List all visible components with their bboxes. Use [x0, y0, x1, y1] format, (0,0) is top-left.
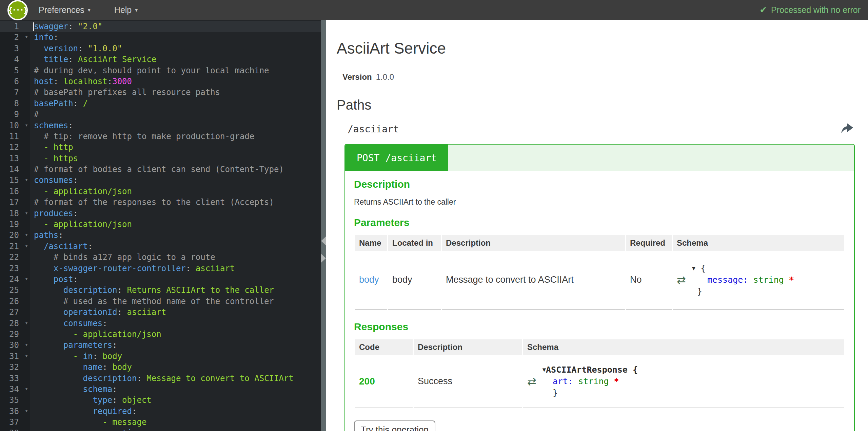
editor-line[interactable]: 28▾ consumes: [0, 318, 321, 329]
param-name-link[interactable]: body [359, 275, 379, 285]
code-text[interactable]: - application/json [30, 219, 321, 230]
code-text[interactable]: basePath: / [30, 98, 321, 109]
code-text[interactable]: # used as the method name of the control… [30, 296, 321, 307]
code-text[interactable]: info: [30, 32, 321, 43]
editor-line[interactable]: 24▾ post: [0, 274, 321, 285]
code-text[interactable]: # during dev, should point to your local… [30, 65, 321, 76]
editor-line[interactable]: 36▾ required: [0, 406, 321, 417]
editor-line[interactable]: 35 type: object [0, 395, 321, 406]
back-arrow-icon[interactable] [841, 123, 855, 135]
code-text[interactable]: # [30, 109, 321, 120]
code-text[interactable]: paths: [30, 230, 321, 241]
editor-line[interactable]: 9# [0, 109, 321, 120]
code-text[interactable]: - in: body [30, 351, 321, 362]
editor-line[interactable]: 3 version: "1.0.0" [0, 43, 321, 54]
code-text[interactable]: properties: [30, 428, 321, 431]
editor-line[interactable]: 14# format of bodies a client can send (… [0, 164, 321, 175]
editor-line[interactable]: 33 description: Message to convert to AS… [0, 373, 321, 384]
code-text[interactable]: produces: [30, 208, 321, 219]
fold-toggle-icon[interactable]: ▾ [25, 174, 28, 185]
editor-line[interactable]: 11 # tip: remove http to make production… [0, 131, 321, 142]
collapse-schema-toggle-icon[interactable]: ▼ [692, 265, 695, 271]
code-text[interactable]: /asciiart: [30, 241, 321, 252]
fold-toggle-icon[interactable]: ▾ [25, 120, 28, 131]
editor-line[interactable]: 23 x-swagger-router-controller: asciiart [0, 263, 321, 274]
editor-line[interactable]: 20▾paths: [0, 230, 321, 241]
code-text[interactable]: parameters: [30, 340, 321, 351]
code-text[interactable]: # format of the responses to the client … [30, 197, 321, 208]
collapse-left-handle-icon[interactable] [321, 237, 326, 245]
code-text[interactable]: consumes: [30, 175, 321, 186]
fold-toggle-icon[interactable]: ▾ [25, 339, 28, 350]
editor-line[interactable]: 25 description: Returns ASCIIArt to the … [0, 285, 321, 296]
code-text[interactable]: consumes: [30, 318, 321, 329]
editor-line[interactable]: 37 - message [0, 417, 321, 428]
editor-line[interactable]: 8basePath: / [0, 98, 321, 109]
code-text[interactable]: required: [30, 406, 321, 417]
editor-line[interactable]: 13 - https [0, 153, 321, 164]
editor-line[interactable]: 31▾ - in: body [0, 351, 321, 362]
editor-line[interactable]: 2▾info: [0, 32, 321, 43]
editor-line[interactable]: 5# during dev, should point to your loca… [0, 65, 321, 76]
code-text[interactable]: # binds a127 app logic to a route [30, 252, 321, 263]
code-text[interactable]: description: Returns ASCIIArt to the cal… [30, 285, 321, 296]
editor-line[interactable]: 10▾schemes: [0, 120, 321, 131]
editor-line[interactable]: 6host: localhost:3000 [0, 76, 321, 87]
editor-line[interactable]: 26 # used as the method name of the cont… [0, 296, 321, 307]
editor-line[interactable]: 30▾ parameters: [0, 340, 321, 351]
code-text[interactable]: host: localhost:3000 [30, 76, 321, 87]
code-text[interactable]: swagger: "2.0" [30, 21, 321, 32]
code-text[interactable]: - message [30, 417, 321, 428]
code-text[interactable]: schema: [30, 384, 321, 395]
pane-splitter[interactable] [321, 20, 326, 431]
editor-line[interactable]: 29 - application/json [0, 329, 321, 340]
editor-line[interactable]: 32 name: body [0, 362, 321, 373]
editor-line[interactable]: 17# format of the responses to the clien… [0, 197, 321, 208]
code-text[interactable]: post: [30, 274, 321, 285]
code-text[interactable]: description: Message to convert to ASCII… [30, 373, 321, 384]
editor-line[interactable]: 16 - application/json [0, 186, 321, 197]
code-text[interactable]: # format of bodies a client can send (Co… [30, 164, 321, 175]
yaml-editor[interactable]: 1swagger: "2.0"2▾info:3 version: "1.0.0"… [0, 20, 321, 431]
code-text[interactable]: type: object [30, 395, 321, 406]
editor-line[interactable]: 15▾consumes: [0, 175, 321, 186]
code-text[interactable]: x-swagger-router-controller: asciiart [30, 263, 321, 274]
editor-line[interactable]: 18▾produces: [0, 208, 321, 219]
editor-line[interactable]: 34▾ schema: [0, 384, 321, 395]
code-text[interactable]: - application/json [30, 329, 321, 340]
editor-line[interactable]: 12 - http [0, 142, 321, 153]
code-text[interactable]: - application/json [30, 186, 321, 197]
fold-toggle-icon[interactable]: ▾ [25, 427, 28, 431]
fold-toggle-icon[interactable]: ▾ [25, 383, 28, 394]
swap-response-schema-icon[interactable]: ⇄ [527, 376, 536, 387]
code-text[interactable]: schemes: [30, 120, 321, 131]
try-operation-button[interactable]: Try this operation [354, 420, 435, 431]
editor-line[interactable]: 22 # binds a127 app logic to a route [0, 252, 321, 263]
editor-line[interactable]: 1swagger: "2.0" [0, 21, 321, 32]
operation-method-tab[interactable]: POST /asciiart [345, 145, 448, 171]
editor-line[interactable]: 38▾ properties: [0, 428, 321, 431]
editor-line[interactable]: 21▾ /asciiart: [0, 241, 321, 252]
code-text[interactable]: operationId: asciiart [30, 307, 321, 318]
editor-line[interactable]: 7# basePath prefixes all resource paths [0, 87, 321, 98]
code-text[interactable]: title: AsciiArt Service [30, 54, 321, 65]
code-text[interactable]: name: body [30, 362, 321, 373]
code-text[interactable]: # tip: remove http to make production-gr… [30, 131, 321, 142]
editor-line[interactable]: 27 operationId: asciiart [0, 307, 321, 318]
operation-header[interactable]: POST /asciiart [345, 145, 854, 171]
fold-toggle-icon[interactable]: ▾ [25, 229, 28, 240]
editor-line[interactable]: 19 - application/json [0, 219, 321, 230]
collapse-right-handle-icon[interactable] [321, 254, 326, 263]
fold-toggle-icon[interactable]: ▾ [25, 318, 28, 329]
fold-toggle-icon[interactable]: ▾ [25, 208, 28, 219]
swap-schema-icon[interactable]: ⇄ [677, 275, 686, 285]
fold-toggle-icon[interactable]: ▾ [25, 241, 28, 251]
fold-toggle-icon[interactable]: ▾ [25, 274, 28, 284]
fold-toggle-icon[interactable]: ▾ [25, 406, 28, 416]
editor-line[interactable]: 4 title: AsciiArt Service [0, 54, 321, 65]
fold-toggle-icon[interactable]: ▾ [25, 351, 28, 361]
code-text[interactable]: - https [30, 153, 321, 164]
code-text[interactable]: - http [30, 142, 321, 153]
menu-help[interactable]: Help▾ [114, 5, 138, 15]
menu-preferences[interactable]: Preferences▾ [39, 5, 91, 15]
